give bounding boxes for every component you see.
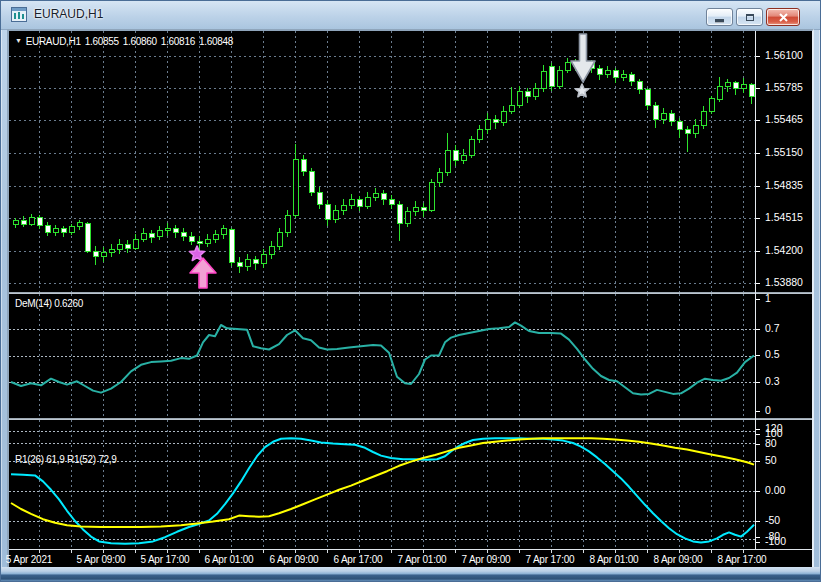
- r1-axis-label: 80: [765, 437, 777, 450]
- r1-axis-label: -100: [765, 535, 786, 548]
- axis-tick: [756, 491, 760, 492]
- price-axis-label: 1.56100: [765, 49, 803, 62]
- time-axis-tick: [455, 550, 456, 553]
- axis-tick: [756, 542, 760, 543]
- dem-line: [11, 322, 754, 394]
- r1-line-r1-52-: [11, 438, 754, 527]
- dem-axis-label: 0: [765, 404, 771, 417]
- r1-axis-label: -50: [765, 514, 780, 527]
- axis-tick: [756, 329, 760, 330]
- time-axis-tick: [231, 550, 232, 553]
- time-axis-tick: [391, 550, 392, 553]
- time-axis-tick: [743, 550, 744, 553]
- price-axis-label: 1.55465: [765, 113, 803, 126]
- price-axis-label: 1.54835: [765, 179, 803, 192]
- time-axis-tick: [263, 550, 264, 553]
- axis-tick: [756, 218, 760, 219]
- axis-tick: [756, 186, 760, 187]
- price-axis-label: 1.54200: [765, 244, 803, 257]
- down-arrow-marker[interactable]: [571, 34, 595, 82]
- axis-tick: [756, 251, 760, 252]
- price-chart-canvas[interactable]: [9, 31, 755, 292]
- axis-tick: [756, 411, 760, 412]
- axis-tick: [756, 461, 760, 462]
- header-low: 1.60816: [161, 36, 195, 47]
- ohlc-header: ▼EURAUD,H11.608551.608601.608161.60848: [15, 36, 237, 47]
- titlebar[interactable]: EURAUD,H1: [1, 1, 820, 30]
- price-axis[interactable]: 1.561001.557851.554651.551501.548351.545…: [756, 31, 812, 550]
- price-axis-label: 1.55785: [765, 81, 803, 94]
- time-axis-tick: [135, 550, 136, 553]
- price-axis-label: 1.55150: [765, 146, 803, 159]
- minimize-button[interactable]: [706, 8, 733, 26]
- time-axis-label: 8 Apr 17:00: [700, 554, 784, 565]
- up-arrow-marker[interactable]: [190, 258, 216, 288]
- time-axis-tick: [679, 550, 680, 553]
- dem-axis-label: 0.7: [765, 322, 780, 335]
- chart-area: ▼EURAUD,H11.608551.608601.608161.60848 D…: [9, 31, 812, 567]
- time-axis-tick: [583, 550, 584, 553]
- time-axis-tick: [359, 550, 360, 553]
- time-axis-tick: [71, 550, 72, 553]
- time-axis-tick: [103, 550, 104, 553]
- time-axis-tick: [615, 550, 616, 553]
- axis-tick: [756, 434, 760, 435]
- header-high: 1.60860: [123, 36, 157, 47]
- time-axis-tick: [551, 550, 552, 553]
- chart-window: EURAUD,H1 ▼EURAUD,H11.608551.608601.6081…: [0, 0, 821, 582]
- restore-icon: [746, 14, 754, 21]
- axis-tick: [756, 88, 760, 89]
- time-axis-tick: [327, 550, 328, 553]
- star-marker-white[interactable]: [575, 84, 588, 97]
- time-axis-tick: [295, 550, 296, 553]
- price-axis-label: 1.54515: [765, 211, 803, 224]
- time-axis-tick: [711, 550, 712, 553]
- chevron-down-icon: ▼: [15, 37, 22, 44]
- r1-axis-label: 0.00: [765, 484, 785, 497]
- window-controls: [706, 8, 800, 26]
- header-open: 1.60855: [85, 36, 119, 47]
- axis-tick: [756, 444, 760, 445]
- time-axis-tick: [647, 550, 648, 553]
- axis-tick: [756, 283, 760, 284]
- time-axis-tick: [199, 550, 200, 553]
- chart-client-area: ▼EURAUD,H11.608551.608601.608161.60848 D…: [7, 29, 814, 569]
- time-axis-tick: [423, 550, 424, 553]
- axis-tick: [756, 153, 760, 154]
- window-bottom-frame: [1, 567, 820, 581]
- window-title: EURAUD,H1: [34, 7, 103, 21]
- dem-axis-label: 0.3: [765, 375, 780, 388]
- axis-tick: [756, 521, 760, 522]
- axis-tick: [756, 382, 760, 383]
- time-axis[interactable]: 5 Apr 20215 Apr 09:005 Apr 17:006 Apr 01…: [9, 550, 812, 567]
- header-symbol: EURAUD,H1: [26, 36, 81, 47]
- time-axis-tick: [167, 550, 168, 553]
- price-axis-label: 1.53880: [765, 276, 803, 289]
- axis-tick: [756, 56, 760, 57]
- r1-axis-label: 50: [765, 454, 777, 467]
- r1-indicator-label: R1(26) 61,9 R1(52) 72,9: [15, 454, 117, 465]
- time-axis-tick: [39, 550, 40, 553]
- axis-tick: [756, 537, 760, 538]
- time-axis-tick: [519, 550, 520, 553]
- axis-tick: [756, 299, 760, 300]
- chart-icon: [11, 7, 27, 22]
- minimize-icon: [715, 19, 724, 23]
- dem-indicator-canvas[interactable]: [9, 294, 755, 418]
- dem-indicator-label: DeM(14) 0.6260: [15, 298, 83, 309]
- time-axis-tick: [487, 550, 488, 553]
- dem-axis-label: 1: [765, 292, 771, 305]
- dem-axis-label: 0.5: [765, 348, 780, 361]
- restore-button[interactable]: [736, 8, 763, 26]
- close-icon: [778, 13, 789, 22]
- header-close: 1.60848: [199, 36, 233, 47]
- axis-tick: [756, 120, 760, 121]
- close-button[interactable]: [766, 8, 800, 26]
- axis-tick: [756, 355, 760, 356]
- r1-indicator-canvas[interactable]: [9, 420, 755, 549]
- axis-tick: [756, 429, 760, 430]
